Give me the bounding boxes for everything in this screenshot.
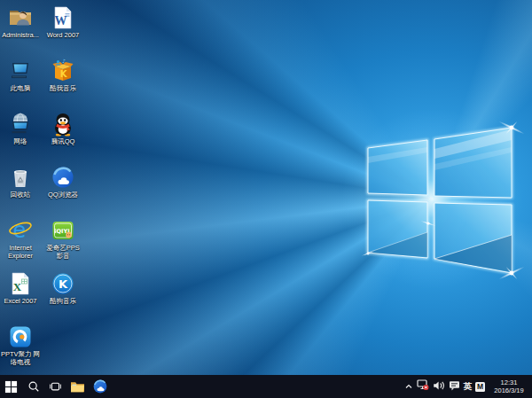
- show-hidden-icons-button[interactable]: [404, 375, 413, 398]
- icon-label: 酷我音乐: [50, 84, 76, 92]
- desktop-icon-administrator[interactable]: Administra...: [0, 4, 41, 57]
- monitor-red-x-icon: [417, 378, 429, 394]
- computer-icon: [8, 59, 33, 83]
- qq-browser-icon: [92, 378, 108, 394]
- icon-label: Excel 2007: [4, 297, 36, 305]
- svg-text:e: e: [13, 218, 27, 243]
- network-alert-tray-button[interactable]: [417, 375, 429, 398]
- system-tray: 英 M 12:31 2016/3/19: [404, 375, 532, 398]
- search-button[interactable]: [22, 375, 44, 398]
- clock-time: 12:31: [494, 378, 523, 386]
- clock-date: 2016/3/19: [494, 386, 523, 394]
- chevron-up-icon: [404, 378, 413, 394]
- speaker-icon: [433, 378, 445, 394]
- taskbar: 英 M 12:31 2016/3/19: [0, 375, 532, 398]
- icon-label: Administra...: [2, 31, 39, 39]
- kugou-icon: K: [51, 271, 75, 296]
- flare-bottom-left: [361, 250, 375, 256]
- svg-text:K: K: [59, 277, 68, 291]
- task-view-button[interactable]: [44, 375, 66, 398]
- svg-text:X: X: [13, 280, 22, 293]
- file-explorer-button[interactable]: [66, 375, 89, 398]
- desktop-wallpaper[interactable]: Administra... W Word 2007: [0, 0, 532, 375]
- svg-text:W: W: [55, 14, 67, 27]
- qq-browser-taskbar-button[interactable]: [89, 375, 111, 398]
- ime-mode-icon: M: [475, 382, 485, 392]
- desktop-icon-iqiyi-pps[interactable]: iQIYI 爱奇艺PPS 影音: [43, 216, 83, 269]
- desktop-icon-internet-explorer[interactable]: e Internet Explorer: [0, 216, 41, 269]
- clock[interactable]: 12:31 2016/3/19: [489, 375, 529, 398]
- pptv-icon: [8, 324, 33, 349]
- task-view-icon: [49, 380, 62, 393]
- search-icon: [27, 380, 40, 393]
- desktop-icon-recycle-bin[interactable]: 回收站: [0, 163, 41, 216]
- desktop-icon-grid: Administra... W Word 2007: [0, 4, 83, 376]
- ime-mode-button[interactable]: M: [475, 375, 485, 398]
- qq-browser-icon: [51, 165, 75, 190]
- desktop-icon-kugou-music[interactable]: K 酷狗音乐: [43, 269, 83, 323]
- excel-icon: X: [8, 271, 33, 296]
- ie-icon: e: [8, 218, 33, 243]
- desktop-icon-word-2007[interactable]: W Word 2007: [43, 4, 83, 57]
- qq-penguin-icon: [51, 112, 75, 137]
- windows-logo-icon: [4, 380, 18, 394]
- svg-text:♪: ♪: [62, 59, 66, 64]
- icon-label: PPTV聚力 网络电视: [0, 350, 41, 366]
- language-indicator[interactable]: 英: [464, 375, 473, 398]
- icon-label: Internet Explorer: [0, 244, 41, 260]
- word-icon: W: [51, 5, 75, 30]
- desktop-icon-kuwo-music[interactable]: K ♪ 酷我音乐: [43, 57, 83, 110]
- start-button[interactable]: [0, 375, 22, 398]
- icon-label: 网络: [14, 137, 27, 145]
- flare-top-right: [498, 121, 525, 136]
- desktop-icon-this-pc[interactable]: 此电脑: [0, 57, 41, 110]
- recycle-bin-icon: [8, 165, 33, 190]
- icon-label: 腾讯QQ: [51, 137, 75, 145]
- folder-icon: [70, 380, 85, 394]
- flare-mid-left: [420, 220, 436, 227]
- desktop-icon-qq-browser[interactable]: QQ浏览器: [43, 163, 83, 216]
- icon-label: QQ浏览器: [48, 191, 78, 199]
- ime-tooltip-tray-button[interactable]: [449, 375, 460, 398]
- desktop-icon-excel-2007[interactable]: X Excel 2007: [0, 269, 41, 323]
- svg-text:K: K: [60, 69, 68, 79]
- network-globe-icon: [8, 112, 33, 137]
- icon-label: 回收站: [11, 191, 31, 199]
- desktop-icon-pptv[interactable]: PPTV聚力 网络电视: [0, 323, 41, 376]
- icon-label: Word 2007: [47, 31, 80, 39]
- icon-label: 此电脑: [11, 84, 31, 92]
- volume-tray-button[interactable]: [433, 375, 445, 398]
- desktop-icon-tencent-qq[interactable]: 腾讯QQ: [43, 110, 83, 163]
- icon-label: 酷狗音乐: [50, 297, 76, 305]
- iqiyi-icon: iQIYI: [51, 218, 75, 243]
- kuwo-box-icon: K ♪: [51, 59, 75, 83]
- user-folder-icon: [8, 5, 33, 30]
- flare-bottom-right: [498, 266, 525, 281]
- desktop-icon-network[interactable]: 网络: [0, 110, 41, 163]
- message-bubble-icon: [449, 378, 460, 394]
- icon-label: 爱奇艺PPS 影音: [43, 244, 83, 260]
